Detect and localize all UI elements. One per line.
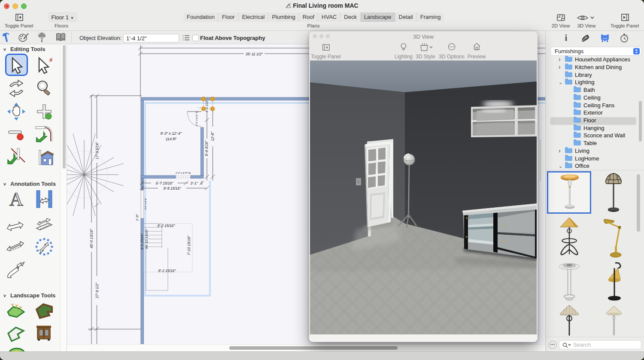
svg-text:3'-1": 3'-1" [191, 181, 198, 185]
svg-text:27'-9 1/2": 27'-9 1/2" [95, 282, 99, 299]
svg-text:3'-3 1/16": 3'-3 1/16" [205, 100, 208, 112]
svg-text:1'-8": 1'-8" [135, 214, 139, 221]
svg-text:i: i [565, 34, 568, 42]
svg-text:2'-4" x 6'-8" SL: 2'-4" x 6'-8" SL [175, 172, 191, 174]
svg-text:9'-3" x 12'-4": 9'-3" x 12'-4" [160, 131, 182, 136]
svg-text:9'-5 15/16": 9'-5 15/16" [140, 233, 144, 250]
svg-text:8'-2 15/16": 8'-2 15/16" [158, 269, 176, 273]
svg-text:2'-4" x 6'-8" SL: 2'-4" x 6'-8" SL [195, 111, 198, 127]
svg-text:12'-8": 12'-8" [210, 131, 215, 141]
svg-text:17'-3 5/16": 17'-3 5/16" [95, 142, 99, 160]
svg-text:8'-2 15/16": 8'-2 15/16" [158, 224, 176, 228]
svg-text:9'-8 15/16": 9'-8 15/16" [164, 186, 182, 191]
svg-text:6'-7 15/16": 6'-7 15/16" [156, 181, 174, 185]
svg-text:A: A [9, 190, 23, 209]
svg-text:4'-6" x 6'-8": 4'-6" x 6'-8" [144, 197, 147, 210]
svg-text:7'-10 15/16": 7'-10 15/16" [187, 235, 191, 255]
svg-text:#: # [49, 57, 53, 63]
svg-text:35'-11 1/2": 35'-11 1/2" [246, 52, 263, 56]
svg-text:44'-10 13/16": 44'-10 13/16" [145, 228, 149, 249]
svg-text:114 ft²: 114 ft² [166, 137, 176, 141]
svg-text:9'-4 3/16": 9'-4 3/16" [204, 140, 209, 156]
svg-text:45'-0 13/16": 45'-0 13/16" [89, 228, 94, 248]
